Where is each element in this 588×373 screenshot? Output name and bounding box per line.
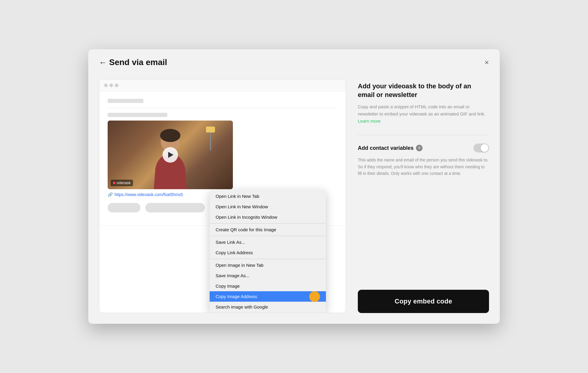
- modal-title: Send via email: [109, 58, 167, 67]
- header-left: ← Send via email: [99, 58, 167, 67]
- browser-dot-2: [109, 84, 113, 87]
- context-menu-item-6[interactable]: Open Image in New Tab: [210, 260, 326, 270]
- videoask-badge: videoask: [111, 180, 133, 186]
- lamp-pole: [210, 132, 211, 150]
- context-menu-item-8[interactable]: Copy Image: [210, 281, 326, 291]
- link-icon: 🔗: [108, 192, 113, 197]
- section-divider: [358, 135, 489, 135]
- video-thumbnail[interactable]: videoask: [108, 121, 233, 189]
- lamp-shade: [206, 127, 215, 132]
- context-menu-item-3[interactable]: Create QR code for this Image: [210, 224, 326, 235]
- copy-embed-button[interactable]: Copy embed code: [358, 290, 489, 313]
- browser-bar: [99, 79, 346, 92]
- contact-var-description: This adds the name and email of the pers…: [358, 157, 489, 177]
- back-icon: ←: [99, 58, 107, 67]
- context-menu-divider-6: [210, 259, 326, 259]
- contact-var-label: Add contact variables ?: [358, 145, 423, 151]
- skeleton-btn-2: [145, 203, 205, 212]
- context-menu-item-5[interactable]: Copy Link Address: [210, 247, 326, 258]
- context-menu: Open Link in New TabOpen Link in New Win…: [210, 190, 326, 313]
- modal-header: ← Send via email ×: [88, 49, 500, 73]
- right-panel: Add your videoask to the body of an emai…: [358, 79, 489, 313]
- modal: ← Send via email ×: [88, 49, 500, 324]
- close-button[interactable]: ×: [485, 58, 489, 66]
- context-menu-item-0[interactable]: Open Link in New Tab: [210, 191, 326, 201]
- play-button[interactable]: [163, 147, 178, 163]
- context-menu-item-2[interactable]: Open Link in Incognito Window: [210, 212, 326, 222]
- context-menu-item-7[interactable]: Save Image As...: [210, 270, 326, 281]
- browser-dot-3: [115, 84, 118, 87]
- context-menu-divider-4: [210, 236, 326, 236]
- va-dot: [113, 182, 115, 184]
- lamp: [206, 127, 215, 150]
- skeleton-btn-1: [108, 203, 140, 212]
- skeleton-line-1: [108, 99, 143, 103]
- play-icon: [168, 152, 174, 158]
- browser-dot-1: [104, 84, 108, 87]
- context-menu-item-10[interactable]: Search image with Google: [210, 302, 326, 312]
- right-panel-heading: Add your videoask to the body of an emai…: [358, 82, 489, 99]
- toggle-knob: [481, 144, 488, 152]
- context-menu-divider-3: [210, 223, 326, 224]
- context-menu-item-1[interactable]: Open Link in New Window: [210, 201, 326, 212]
- help-icon[interactable]: ?: [416, 145, 423, 151]
- back-button[interactable]: ← Send via email: [99, 58, 167, 67]
- preview-panel: videoask 🔗 https://www.videoask.com/fsat…: [99, 79, 346, 313]
- contact-variables-row: Add contact variables ?: [358, 144, 489, 152]
- spacer: [358, 177, 489, 278]
- contact-variables-toggle[interactable]: [474, 144, 489, 152]
- context-menu-item-4[interactable]: Save Link As...: [210, 237, 326, 247]
- context-menu-emoji: [309, 291, 320, 302]
- modal-body: videoask 🔗 https://www.videoask.com/fsat…: [88, 73, 500, 324]
- learn-more-link[interactable]: Learn more: [358, 118, 381, 124]
- right-panel-description: Copy and paste a snippet of HTML code in…: [358, 103, 489, 125]
- svg-point-1: [160, 129, 180, 142]
- divider-1: [108, 108, 337, 108]
- skeleton-line-2: [108, 113, 167, 117]
- context-menu-item-9[interactable]: Copy Image Address: [210, 291, 326, 302]
